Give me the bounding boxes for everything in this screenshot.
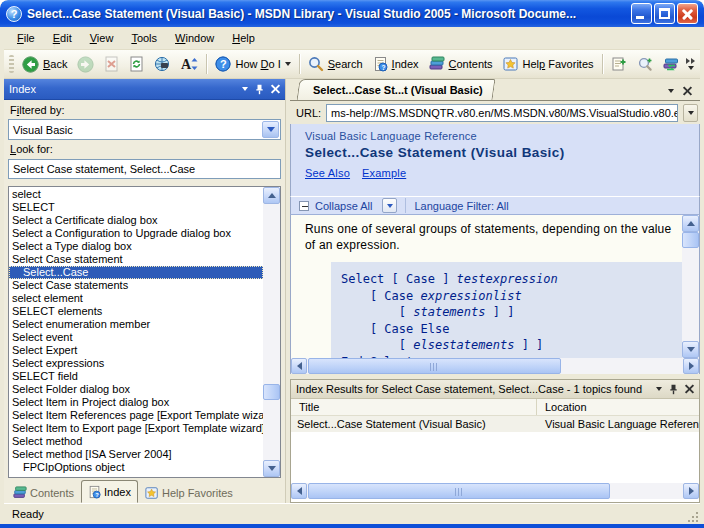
intro-paragraph: Runs one of several groups of statements… — [305, 221, 677, 253]
collapse-dropdown-button[interactable] — [382, 198, 397, 213]
url-label: URL: — [296, 107, 321, 119]
list-item-selected[interactable]: Select...Case — [9, 266, 263, 279]
combo-dropdown-button[interactable] — [262, 121, 279, 138]
url-input[interactable]: ms-help://MS.MSDNQTR.v80.en/MS.MSDN.v80/… — [326, 104, 678, 122]
scroll-down-button[interactable] — [263, 460, 280, 477]
list-item[interactable]: Select Expert — [9, 344, 263, 357]
list-item[interactable]: Select a Certificate dialog box — [9, 214, 263, 227]
scroll-thumb[interactable] — [682, 232, 699, 248]
scroll-down-button[interactable] — [682, 341, 699, 358]
resize-grip-icon[interactable] — [686, 510, 699, 523]
list-item[interactable]: Select method — [9, 435, 263, 448]
tab-contents[interactable]: Contents — [6, 482, 81, 503]
forward-button[interactable] — [72, 53, 99, 75]
refresh-button[interactable] — [124, 53, 149, 75]
add-to-favorites-button[interactable] — [606, 53, 632, 75]
close-document-icon[interactable] — [683, 86, 692, 95]
list-item[interactable]: Select a Configuration to Upgrade dialog… — [9, 227, 263, 240]
results-horizontal-scrollbar[interactable] — [291, 483, 699, 499]
scroll-thumb[interactable] — [308, 483, 610, 499]
list-item[interactable]: Select a Type dialog box — [9, 240, 263, 253]
menu-file[interactable]: File — [8, 29, 44, 47]
search-button[interactable]: Search — [303, 53, 368, 75]
example-link[interactable]: Example — [362, 167, 406, 179]
toolbar-overflow-button[interactable] — [684, 58, 698, 70]
list-item[interactable]: FPCIpOptions object — [9, 461, 263, 474]
list-item[interactable]: Select Case statements — [9, 279, 263, 292]
menu-view[interactable]: View — [81, 29, 123, 47]
toolbar-separator — [206, 54, 207, 74]
list-item[interactable]: Select event — [9, 331, 263, 344]
filter-value: Visual Basic — [9, 124, 261, 136]
scroll-left-button[interactable] — [291, 358, 307, 374]
close-icon[interactable] — [271, 85, 280, 94]
collapse-all-icon[interactable] — [299, 201, 309, 211]
collapse-all-label[interactable]: Collapse All — [315, 200, 372, 212]
back-button[interactable]: Back — [17, 53, 72, 75]
scroll-up-button[interactable] — [263, 187, 280, 204]
index-button[interactable]: ? Index — [368, 53, 424, 75]
menu-edit[interactable]: Edit — [44, 29, 81, 47]
scroll-thumb[interactable] — [263, 384, 280, 400]
pin-icon[interactable] — [669, 384, 678, 395]
close-icon[interactable] — [685, 385, 694, 394]
document-horizontal-scrollbar[interactable] — [290, 358, 700, 374]
list-item[interactable]: Select Item to Export page [Export Templ… — [9, 422, 263, 435]
tab-index[interactable]: ? Index — [81, 480, 138, 503]
stop-button[interactable] — [99, 53, 124, 75]
list-item[interactable]: select element — [9, 292, 263, 305]
maximize-button[interactable] — [654, 3, 675, 24]
help-favorites-button[interactable]: Help Favorites — [498, 53, 599, 75]
window-position-icon[interactable] — [242, 87, 248, 91]
list-item[interactable]: Select expressions — [9, 357, 263, 370]
toolbar-separator — [299, 54, 300, 74]
table-row[interactable]: Select...Case Statement (Visual Basic) V… — [291, 416, 699, 432]
scroll-right-button[interactable] — [683, 358, 699, 374]
toolbar-grip[interactable] — [9, 55, 14, 73]
document-tabstrip: Select...Case St...t (Visual Basic) — [290, 79, 700, 101]
save-search-button[interactable] — [632, 53, 658, 75]
list-item[interactable]: Select Case statement — [9, 253, 263, 266]
list-item[interactable]: SELECT — [9, 201, 263, 214]
tab-list-dropdown-icon[interactable] — [668, 89, 674, 93]
refresh-icon — [129, 56, 144, 72]
filter-combobox[interactable]: Visual Basic — [8, 119, 281, 140]
menu-help[interactable]: Help — [223, 29, 264, 47]
list-item[interactable]: Select enumeration member — [9, 318, 263, 331]
title-bar: ? Select...Case Statement (Visual Basic)… — [0, 0, 704, 27]
scroll-up-button[interactable] — [682, 215, 699, 232]
look-for-input[interactable]: Select Case statement, Select...Case — [8, 159, 281, 179]
index-list-scrollbar[interactable] — [263, 187, 280, 477]
scroll-thumb[interactable] — [308, 358, 561, 374]
how-do-i-button[interactable]: ? How Do I — [210, 53, 295, 75]
arrow-down-icon — [268, 466, 276, 471]
pin-icon[interactable] — [255, 84, 264, 95]
see-also-link[interactable]: See Also — [305, 167, 350, 179]
list-item[interactable]: SELECT field — [9, 370, 263, 383]
url-dropdown-button[interactable] — [683, 104, 698, 122]
list-item[interactable]: Select Item in Project dialog box — [9, 396, 263, 409]
column-header-location[interactable]: Location — [537, 399, 699, 415]
column-header-title[interactable]: Title — [291, 399, 537, 415]
window-position-icon[interactable] — [656, 387, 662, 391]
language-filter-label[interactable]: Language Filter: All — [414, 200, 508, 212]
close-button[interactable] — [677, 3, 698, 24]
document-tab[interactable]: Select...Case St...t (Visual Basic) — [297, 79, 496, 100]
list-item[interactable]: SELECT elements — [9, 305, 263, 318]
menu-window[interactable]: Window — [166, 29, 223, 47]
web-page-button[interactable] — [149, 53, 175, 75]
sync-contents-button[interactable] — [658, 53, 684, 75]
minimize-button[interactable] — [631, 3, 652, 24]
list-item[interactable]: select — [9, 188, 263, 201]
scroll-left-button[interactable] — [291, 483, 307, 499]
list-item[interactable]: Select Folder dialog box — [9, 383, 263, 396]
list-item[interactable]: Select Item References page [Export Temp… — [9, 409, 263, 422]
url-bar: URL: ms-help://MS.MSDNQTR.v80.en/MS.MSDN… — [290, 102, 700, 124]
document-vertical-scrollbar[interactable] — [682, 215, 699, 358]
menu-tools[interactable]: Tools — [122, 29, 166, 47]
list-item[interactable]: Select method [ISA Server 2004] — [9, 448, 263, 461]
contents-button[interactable]: Contents — [424, 53, 498, 75]
tab-help-favorites[interactable]: Help Favorites — [138, 482, 240, 503]
text-size-button[interactable]: A — [175, 53, 203, 75]
scroll-right-button[interactable] — [683, 483, 699, 499]
